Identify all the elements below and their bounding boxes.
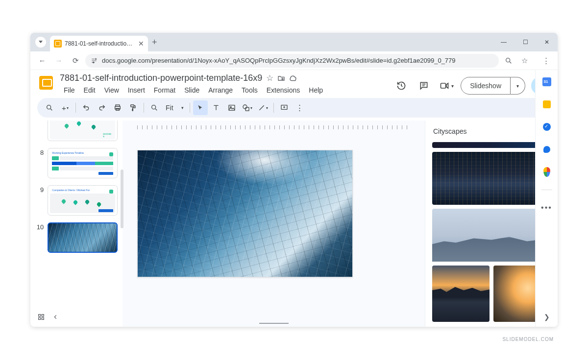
image-result[interactable] [432, 209, 551, 262]
image-result[interactable] [432, 266, 490, 322]
star-icon[interactable]: ☆ [266, 73, 273, 83]
slide-number [35, 121, 44, 141]
tab-title: 7881-01-self-introduction-pow [65, 40, 135, 47]
maps-icon[interactable] [542, 167, 552, 177]
search-menu-button[interactable] [42, 100, 57, 115]
new-slide-button[interactable]: +▾ [58, 100, 73, 115]
document-title[interactable]: 7881-01-self-introduction-powerpoint-tem… [60, 73, 262, 83]
speaker-notes-handle[interactable] [259, 323, 289, 324]
new-tab-button[interactable]: + [152, 37, 157, 48]
grid-view-button[interactable] [37, 313, 45, 321]
comment-button[interactable] [277, 100, 292, 115]
svg-rect-30 [42, 315, 44, 316]
menu-view[interactable]: View [100, 84, 123, 96]
paint-format-button[interactable] [126, 100, 141, 115]
zoom-button[interactable] [147, 100, 162, 115]
slideshow-dropdown[interactable]: ▾ [511, 77, 525, 95]
svg-line-19 [155, 109, 157, 110]
addons-button[interactable]: ••• [542, 203, 552, 213]
browser-window: 7881-01-self-introduction-pow ✕ + — ☐ ✕ … [30, 33, 558, 327]
contacts-icon[interactable] [542, 145, 552, 154]
image-result[interactable] [432, 152, 551, 205]
slides-favicon [54, 40, 62, 48]
menu-extensions[interactable]: Extensions [263, 84, 304, 96]
menu-help[interactable]: Help [305, 84, 327, 96]
tab-close-button[interactable]: ✕ [138, 40, 144, 48]
slide-thumbnail-7[interactable]: 1 SUCCESS [48, 121, 118, 141]
toolbar-more-button[interactable]: ⋮ [293, 100, 307, 115]
slide-thumbnail-9[interactable]: Companies & Clients I Worked For [48, 185, 118, 216]
maximize-button[interactable]: ☐ [514, 35, 536, 49]
svg-rect-16 [131, 105, 134, 107]
url-text: docs.google.com/presentation/d/1Noyx-xAo… [102, 57, 456, 64]
browser-tab[interactable]: 7881-01-self-introduction-pow ✕ [50, 36, 148, 51]
panel-splitter[interactable] [121, 170, 123, 228]
current-slide[interactable] [137, 150, 353, 277]
side-panel-rail: ••• ❯ [535, 70, 558, 327]
svg-line-12 [50, 109, 52, 110]
close-window-button[interactable]: ✕ [536, 35, 558, 49]
panel-title: Cityscapes [433, 127, 466, 135]
keep-icon[interactable] [542, 99, 552, 109]
url-input[interactable]: docs.google.com/presentation/d/1Noyx-xAo… [85, 54, 499, 68]
menu-edit[interactable]: Edit [80, 84, 99, 96]
site-settings-icon[interactable] [90, 57, 98, 65]
meet-button[interactable]: ▾ [438, 77, 455, 94]
menu-slide[interactable]: Slide [180, 84, 203, 96]
profile-chooser[interactable] [35, 37, 46, 48]
svg-rect-29 [39, 315, 41, 316]
rail-separator [541, 190, 552, 190]
slide-thumbnail-10[interactable] [48, 222, 118, 253]
history-icon[interactable] [393, 77, 410, 94]
minimize-button[interactable]: — [493, 35, 514, 49]
svg-point-0 [95, 58, 96, 59]
browser-menu-button[interactable]: ⋮ [539, 54, 553, 68]
slide-thumbnail-8[interactable]: Working Experience Timeline [48, 148, 118, 178]
shape-button[interactable]: ▾ [240, 100, 255, 115]
reload-button[interactable]: ⟳ [69, 54, 82, 68]
back-button[interactable]: ← [35, 54, 49, 68]
slide-canvas[interactable] [122, 121, 425, 327]
svg-marker-7 [446, 83, 448, 88]
svg-line-3 [510, 62, 511, 63]
content-area: 1 SUCCESS 8 Working Experien [30, 121, 558, 327]
slide-number: 10 [35, 222, 44, 253]
move-icon[interactable] [277, 74, 285, 82]
collapse-rail-button[interactable]: ❯ [542, 312, 552, 322]
menu-insert[interactable]: Insert [124, 84, 149, 96]
image-result[interactable] [432, 142, 551, 148]
tasks-icon[interactable] [542, 122, 552, 132]
menu-bar: File Edit View Insert Format Slide Arran… [60, 84, 388, 96]
insert-image-button[interactable] [224, 100, 239, 115]
slide-number: 9 [35, 185, 44, 216]
bookmark-star-icon[interactable]: ☆ [517, 54, 531, 68]
menu-arrange[interactable]: Arrange [204, 84, 237, 96]
forward-button[interactable]: → [52, 54, 66, 68]
svg-line-24 [259, 105, 264, 110]
app-header: 7881-01-self-introduction-powerpoint-tem… [30, 70, 558, 96]
svg-rect-23 [245, 107, 249, 111]
menu-tools[interactable]: Tools [238, 84, 262, 96]
redo-button[interactable] [95, 100, 109, 115]
svg-point-18 [152, 105, 156, 109]
zoom-indicator-icon[interactable] [502, 54, 515, 68]
filmstrip-toggle[interactable] [52, 314, 59, 320]
svg-point-2 [506, 58, 510, 62]
horizontal-ruler [122, 121, 425, 130]
slideshow-button[interactable]: Slideshow [461, 77, 511, 95]
slides-logo[interactable] [37, 74, 55, 92]
line-button[interactable]: ▾ [256, 100, 270, 115]
toolbar: +▾ Fit ▾ [37, 98, 551, 118]
select-tool[interactable] [193, 100, 208, 115]
svg-rect-31 [39, 317, 41, 319]
zoom-select[interactable]: Fit ▾ [163, 104, 187, 112]
print-button[interactable] [110, 100, 125, 115]
address-bar: ← → ⟳ docs.google.com/presentation/d/1No… [30, 51, 558, 70]
undo-button[interactable] [79, 100, 94, 115]
text-box-button[interactable] [209, 100, 223, 115]
menu-file[interactable]: File [60, 84, 79, 96]
cloud-status-icon[interactable] [289, 74, 298, 83]
calendar-icon[interactable] [542, 77, 552, 87]
comments-icon[interactable] [416, 77, 432, 94]
menu-format[interactable]: Format [150, 84, 179, 96]
